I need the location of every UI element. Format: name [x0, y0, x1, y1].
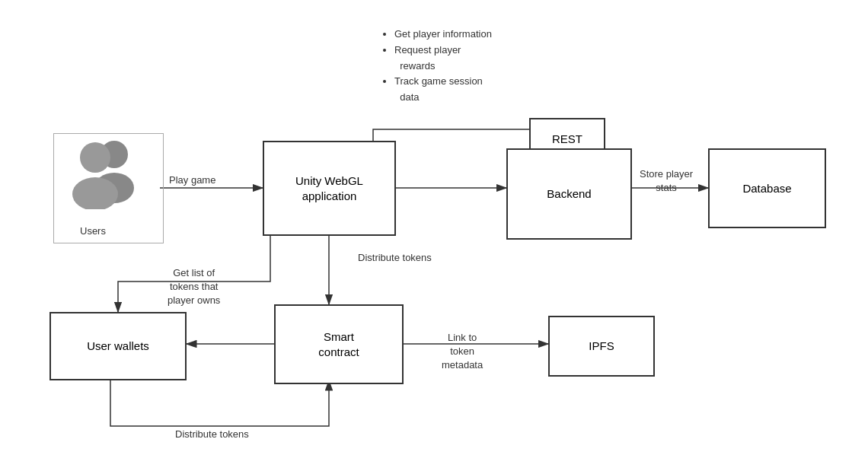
- architecture-diagram: Users Play game Unity WebGLapplication R…: [0, 0, 868, 474]
- distribute-tokens-2-label: Distribute tokens: [175, 428, 249, 441]
- bullet-list: Get player information Request player re…: [381, 27, 492, 106]
- link-to-token-label: Link totokenmetadata: [442, 331, 483, 373]
- user-wallets-box: User wallets: [49, 312, 187, 380]
- distribute-tokens-1-label: Distribute tokens: [358, 251, 432, 265]
- unity-box: Unity WebGLapplication: [263, 141, 396, 236]
- get-list-tokens-label: Get list oftokens thatplayer owns: [168, 266, 220, 308]
- ipfs-box: IPFS: [548, 316, 655, 377]
- store-player-stats-label: Store playerstats: [640, 167, 693, 195]
- smart-contract-box: Smartcontract: [274, 304, 404, 384]
- users-container: [53, 133, 164, 243]
- play-game-label: Play game: [169, 173, 215, 187]
- database-box: Database: [708, 148, 826, 228]
- backend-box: Backend: [506, 148, 632, 240]
